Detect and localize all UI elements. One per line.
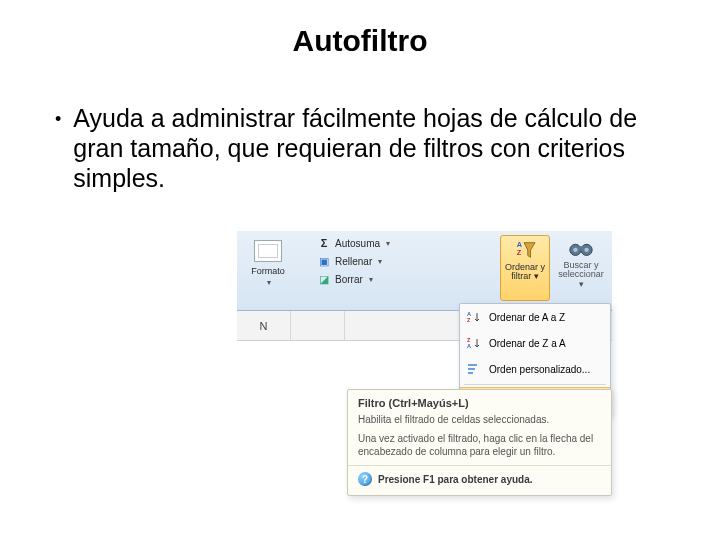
binoculars-icon bbox=[568, 237, 594, 259]
column-header-n[interactable]: N bbox=[237, 311, 291, 340]
autosum-label: Autosuma bbox=[335, 238, 380, 249]
custom-sort-icon bbox=[466, 361, 482, 377]
chevron-down-icon: ▾ bbox=[378, 257, 382, 266]
tooltip-title: Filtro (Ctrl+Mayús+L) bbox=[348, 390, 611, 411]
autosum-button[interactable]: Σ Autosuma ▾ bbox=[317, 235, 390, 251]
clear-label: Borrar bbox=[335, 274, 363, 285]
menu-separator bbox=[464, 384, 606, 385]
menu-sort-az-label: Ordenar de A a Z bbox=[489, 312, 565, 323]
svg-text:Z: Z bbox=[467, 317, 471, 323]
find-select-button[interactable]: Buscar y seleccionar ▾ bbox=[557, 237, 605, 289]
tooltip-line2: Una vez activado el filtrado, haga clic … bbox=[358, 432, 601, 458]
sort-az-icon: AZ bbox=[466, 309, 482, 325]
svg-rect-13 bbox=[468, 368, 475, 370]
svg-point-7 bbox=[584, 248, 588, 252]
fill-down-icon: ▣ bbox=[317, 254, 331, 268]
sort-filter-button[interactable]: A Z Ordenar y filtrar ▾ bbox=[500, 235, 550, 301]
svg-marker-2 bbox=[524, 243, 535, 258]
eraser-icon: ◪ bbox=[317, 272, 331, 286]
slide-title: Autofiltro bbox=[0, 0, 720, 58]
chevron-down-icon: ▾ bbox=[369, 275, 373, 284]
bullet-item: • Ayuda a administrar fácilmente hojas d… bbox=[55, 103, 670, 193]
svg-rect-12 bbox=[468, 364, 477, 366]
svg-point-6 bbox=[573, 248, 577, 252]
fill-label: Rellenar bbox=[335, 256, 372, 267]
sort-filter-icon: A Z bbox=[514, 239, 536, 261]
chevron-down-icon: ▾ bbox=[386, 239, 390, 248]
bullet-block: • Ayuda a administrar fácilmente hojas d… bbox=[55, 103, 670, 193]
menu-custom-sort[interactable]: Orden personalizado... bbox=[460, 356, 610, 382]
svg-text:A: A bbox=[467, 343, 471, 349]
svg-rect-14 bbox=[468, 372, 473, 374]
bullet-dot: • bbox=[55, 103, 61, 193]
tooltip-help-row: ? Presione F1 para obtener ayuda. bbox=[348, 466, 611, 493]
sort-za-icon: ZA bbox=[466, 335, 482, 351]
excel-screenshot: Formato ▾ Σ Autosuma ▾ ▣ Rellenar ▾ ◪ Bo… bbox=[237, 231, 612, 496]
clear-button[interactable]: ◪ Borrar ▾ bbox=[317, 271, 390, 287]
svg-rect-5 bbox=[577, 246, 584, 251]
svg-text:Z: Z bbox=[517, 248, 522, 257]
menu-sort-za-label: Ordenar de Z a A bbox=[489, 338, 566, 349]
tooltip-line1: Habilita el filtrado de celdas seleccion… bbox=[358, 413, 601, 426]
help-icon: ? bbox=[358, 472, 372, 486]
format-label: Formato bbox=[251, 267, 285, 276]
menu-sort-za[interactable]: ZA Ordenar de Z a A bbox=[460, 330, 610, 356]
sigma-icon: Σ bbox=[317, 236, 331, 250]
editing-group: Σ Autosuma ▾ ▣ Rellenar ▾ ◪ Borrar ▾ bbox=[317, 235, 390, 287]
sort-filter-label: Ordenar y filtrar ▾ bbox=[501, 263, 549, 282]
format-icon bbox=[254, 237, 282, 265]
menu-sort-az[interactable]: AZ Ordenar de A a Z bbox=[460, 304, 610, 330]
format-button[interactable]: Formato ▾ bbox=[247, 237, 289, 297]
ribbon: Formato ▾ Σ Autosuma ▾ ▣ Rellenar ▾ ◪ Bo… bbox=[237, 231, 612, 311]
tooltip-body: Habilita el filtrado de celdas seleccion… bbox=[348, 411, 611, 462]
menu-custom-sort-label: Orden personalizado... bbox=[489, 364, 590, 375]
column-header[interactable] bbox=[291, 311, 345, 340]
slide: Autofiltro • Ayuda a administrar fácilme… bbox=[0, 0, 720, 540]
find-select-label: Buscar y seleccionar ▾ bbox=[557, 261, 605, 289]
chevron-down-icon: ▾ bbox=[267, 278, 271, 287]
filter-tooltip: Filtro (Ctrl+Mayús+L) Habilita el filtra… bbox=[347, 389, 612, 496]
bullet-text: Ayuda a administrar fácilmente hojas de … bbox=[73, 103, 670, 193]
tooltip-help-text: Presione F1 para obtener ayuda. bbox=[378, 474, 533, 485]
fill-button[interactable]: ▣ Rellenar ▾ bbox=[317, 253, 390, 269]
